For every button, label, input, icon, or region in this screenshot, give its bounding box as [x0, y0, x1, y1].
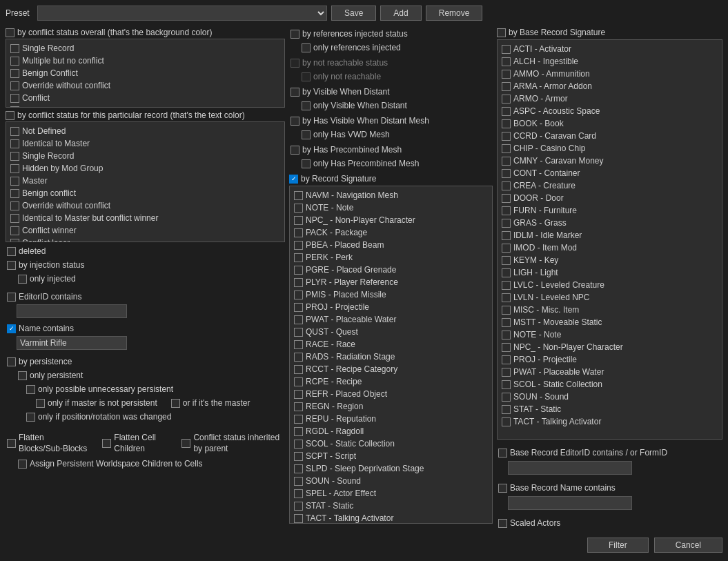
check[interactable]	[294, 266, 303, 275]
list-item[interactable]: Conflict loser	[9, 237, 282, 242]
list-item[interactable]: PGRE - Placed Grenade	[293, 264, 489, 276]
list-item[interactable]: SPEL - Actor Effect	[293, 487, 489, 500]
check[interactable]	[502, 231, 511, 240]
list-item[interactable]: Hidden by Mod Group	[9, 162, 282, 175]
check[interactable]	[294, 365, 303, 374]
only-if-position-check[interactable]	[26, 413, 35, 422]
ref-injected-status-check[interactable]	[291, 30, 299, 39]
check[interactable]	[10, 69, 19, 78]
check[interactable]	[294, 328, 303, 337]
check[interactable]	[502, 380, 511, 389]
check[interactable]	[502, 318, 511, 327]
list-item[interactable]: CCRD - Caravan Card	[500, 130, 719, 142]
check[interactable]	[502, 219, 511, 228]
only-precombined-check[interactable]	[302, 159, 311, 168]
check[interactable]	[294, 390, 303, 399]
check[interactable]	[10, 44, 19, 53]
check[interactable]	[294, 340, 303, 349]
check[interactable]	[502, 119, 511, 128]
list-item[interactable]: CONT - Container	[500, 167, 719, 179]
name-contains-check[interactable]	[7, 324, 16, 333]
check[interactable]	[294, 377, 303, 386]
check[interactable]	[294, 191, 303, 200]
flatten-blocks-check[interactable]	[7, 439, 16, 448]
list-item[interactable]: ARMA - Armor Addon	[500, 80, 719, 92]
save-button[interactable]: Save	[331, 6, 376, 21]
check[interactable]	[502, 393, 511, 402]
check[interactable]	[10, 239, 19, 243]
list-item[interactable]: LIGH - Light	[500, 266, 719, 279]
persistence-check[interactable]	[7, 357, 16, 366]
list-item[interactable]: SCOL - Static Collection	[500, 378, 719, 391]
record-signature-check[interactable]	[289, 175, 298, 184]
check[interactable]	[294, 216, 303, 225]
list-item[interactable]: NAVM - Navigation Mesh	[293, 189, 489, 201]
check[interactable]	[10, 152, 19, 161]
base-record-name-check[interactable]	[498, 484, 507, 493]
conflict-overall-check[interactable]	[6, 28, 14, 37]
list-item[interactable]: RACE - Race	[293, 338, 489, 351]
editorid-check[interactable]	[7, 293, 16, 302]
list-item[interactable]: Critical Conflict	[9, 104, 282, 108]
check[interactable]	[294, 440, 303, 449]
check[interactable]	[502, 281, 511, 290]
list-item[interactable]: PWAT - Placeable Water	[500, 366, 719, 378]
only-persistent-check[interactable]	[18, 371, 27, 380]
or-if-master-check[interactable]	[171, 399, 180, 408]
list-item[interactable]: IDLM - Idle Marker	[500, 229, 719, 242]
check[interactable]	[502, 181, 511, 190]
list-item[interactable]: Single Record	[9, 150, 282, 162]
list-item[interactable]: IMOD - Item Mod	[500, 242, 719, 254]
list-item[interactable]: DOOR - Door	[500, 192, 719, 204]
list-item[interactable]: STAT - Static	[293, 500, 489, 512]
check[interactable]	[502, 45, 511, 54]
check[interactable]	[10, 57, 19, 66]
check[interactable]	[502, 368, 511, 377]
check[interactable]	[502, 132, 511, 141]
check[interactable]	[502, 268, 511, 277]
check[interactable]	[502, 355, 511, 364]
check[interactable]	[294, 291, 303, 299]
check[interactable]	[294, 427, 303, 436]
list-item[interactable]: FURN - Furniture	[500, 204, 719, 217]
check[interactable]	[294, 452, 303, 461]
list-item[interactable]: Identical to Master but conflict winner	[9, 212, 282, 224]
check[interactable]	[502, 144, 511, 153]
check[interactable]	[10, 226, 19, 235]
check[interactable]	[10, 94, 19, 103]
check[interactable]	[502, 57, 511, 66]
list-item[interactable]: PERK - Perk	[293, 251, 489, 264]
list-item[interactable]: PROJ - Projectile	[293, 301, 489, 313]
check[interactable]	[502, 306, 511, 315]
check[interactable]	[294, 477, 303, 486]
check[interactable]	[294, 253, 303, 262]
only-possible-unnecessary-check[interactable]	[26, 385, 35, 394]
check[interactable]	[502, 194, 511, 203]
list-item[interactable]: Override without conflict	[9, 79, 282, 92]
base-record-name-input[interactable]	[508, 496, 632, 510]
list-item[interactable]: ALCH - Ingestible	[500, 55, 719, 68]
check[interactable]	[502, 82, 511, 91]
list-item[interactable]: REGN - Region	[293, 400, 489, 413]
check[interactable]	[294, 402, 303, 411]
list-item[interactable]: PWAT - Placeable Water	[293, 313, 489, 326]
only-not-reachable-check[interactable]	[302, 72, 311, 81]
flatten-cell-check[interactable]	[102, 439, 111, 448]
check[interactable]	[502, 95, 511, 104]
list-item[interactable]: Override without conflict	[9, 199, 282, 212]
list-item[interactable]: REFR - Placed Object	[293, 388, 489, 400]
check[interactable]	[502, 417, 511, 426]
list-item[interactable]: Single Record	[9, 42, 282, 55]
name-contains-input[interactable]	[17, 336, 127, 350]
cancel-button[interactable]: Cancel	[654, 538, 722, 553]
list-item[interactable]: SOUN - Sound	[293, 475, 489, 487]
check[interactable]	[502, 206, 511, 215]
list-item[interactable]: CMNY - Caravan Money	[500, 155, 719, 167]
list-item[interactable]: LVLC - Leveled Creature	[500, 279, 719, 291]
list-item[interactable]: PROJ - Projectile	[500, 353, 719, 366]
list-item[interactable]: LVLN - Leveled NPC	[500, 291, 719, 304]
list-item[interactable]: SCOL - Static Collection	[293, 437, 489, 450]
not-reachable-check[interactable]	[291, 59, 299, 68]
list-item[interactable]: NPC_ - Non-Player Character	[500, 341, 719, 353]
check[interactable]	[294, 241, 303, 250]
